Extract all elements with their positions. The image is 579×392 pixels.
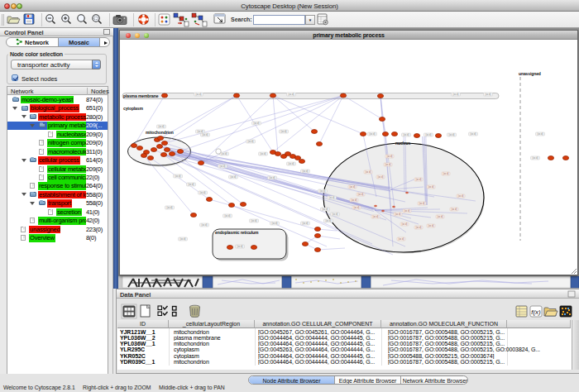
- svg-text:(xx d): (xx d): [198, 130, 203, 133]
- svg-text:(xx d): (xx d): [303, 222, 309, 225]
- svg-text:(xx d): (xx d): [289, 93, 294, 96]
- svg-text:(xx d): (xx d): [251, 219, 257, 222]
- svg-text:(xx d): (xx d): [289, 162, 294, 165]
- svg-text:(xx d): (xx d): [428, 185, 434, 189]
- svg-text:(xx d): (xx d): [438, 215, 443, 218]
- svg-text:(xx d): (xx d): [329, 196, 335, 199]
- svg-text:(xx d): (xx d): [237, 245, 243, 248]
- svg-text:nucleus: nucleus: [395, 141, 411, 146]
- svg-text:(xx d): (xx d): [449, 133, 455, 136]
- svg-text:(xx d): (xx d): [333, 213, 338, 216]
- svg-text:(xx d): (xx d): [281, 130, 287, 133]
- svg-text:(xx d): (xx d): [220, 165, 226, 168]
- svg-text:(xx d): (xx d): [402, 222, 408, 226]
- svg-text:(xx d): (xx d): [419, 202, 425, 205]
- svg-text:(xx d): (xx d): [366, 170, 371, 174]
- svg-text:(xx d): (xx d): [350, 185, 356, 189]
- svg-text:(xx d): (xx d): [404, 133, 409, 136]
- svg-text:(xx d): (xx d): [189, 183, 194, 186]
- svg-text:(xx d): (xx d): [261, 152, 266, 155]
- svg-text:(xx d): (xx d): [416, 178, 422, 181]
- svg-text:(xx d): (xx d): [175, 174, 181, 178]
- svg-text:(xx d): (xx d): [458, 194, 464, 198]
- svg-text:(xx d): (xx d): [385, 163, 391, 166]
- svg-text:f(x): f(x): [531, 308, 541, 316]
- svg-text:(xx d): (xx d): [272, 222, 278, 225]
- svg-text:(xx d): (xx d): [533, 156, 538, 160]
- svg-text:(xx d): (xx d): [404, 209, 410, 213]
- svg-text:(xx d): (xx d): [303, 170, 309, 173]
- svg-text:(xx d): (xx d): [196, 93, 202, 96]
- svg-text:(xx d): (xx d): [323, 208, 328, 211]
- svg-text:(xx d): (xx d): [225, 214, 231, 218]
- svg-text:(xx d): (xx d): [416, 226, 422, 229]
- svg-text:(xx d): (xx d): [453, 93, 459, 96]
- svg-text:(xx d): (xx d): [270, 176, 275, 179]
- svg-text:(xx d): (xx d): [248, 140, 254, 143]
- svg-text:(xx d): (xx d): [326, 219, 332, 222]
- svg-text:(xx d): (xx d): [159, 125, 165, 128]
- svg-text:(xx d): (xx d): [395, 213, 401, 216]
- svg-text:(xx d): (xx d): [200, 191, 206, 194]
- svg-text:(xx d): (xx d): [538, 132, 543, 136]
- svg-text:(xx d): (xx d): [426, 133, 432, 136]
- svg-text:cytoplasm: cytoplasm: [123, 106, 143, 111]
- svg-text:(xx d): (xx d): [358, 193, 364, 196]
- svg-text:(xx d): (xx d): [180, 237, 186, 241]
- svg-text:unassigned: unassigned: [519, 71, 541, 76]
- svg-text:(xx d): (xx d): [443, 172, 449, 175]
- svg-text:(xx d): (xx d): [354, 206, 360, 209]
- svg-text:(xx d): (xx d): [373, 215, 379, 218]
- svg-text:(xx d): (xx d): [387, 155, 393, 158]
- svg-text:plasma membrane: plasma membrane: [123, 93, 159, 98]
- svg-text:(xx d): (xx d): [486, 93, 491, 96]
- svg-text:(xx d): (xx d): [370, 132, 376, 136]
- svg-text:(xx d): (xx d): [471, 132, 476, 136]
- svg-text:(xx d): (xx d): [231, 175, 237, 179]
- svg-text:(xx d): (xx d): [352, 198, 357, 202]
- svg-text:(xx d): (xx d): [320, 189, 326, 193]
- svg-text:(xx d): (xx d): [203, 133, 208, 136]
- svg-text:(xx d): (xx d): [428, 224, 434, 227]
- svg-text:(xx d): (xx d): [378, 175, 384, 179]
- svg-text:(xx d): (xx d): [167, 206, 173, 209]
- svg-text:(xx d): (xx d): [202, 223, 208, 227]
- svg-text:(xx d): (xx d): [399, 237, 404, 241]
- svg-text:(xx d): (xx d): [452, 208, 457, 211]
- svg-text:(xx d): (xx d): [254, 122, 260, 125]
- svg-text:mitochondrion: mitochondrion: [146, 130, 174, 135]
- svg-text:endoplasmic reticulum: endoplasmic reticulum: [215, 230, 259, 235]
- svg-text:(xx d): (xx d): [222, 152, 227, 155]
